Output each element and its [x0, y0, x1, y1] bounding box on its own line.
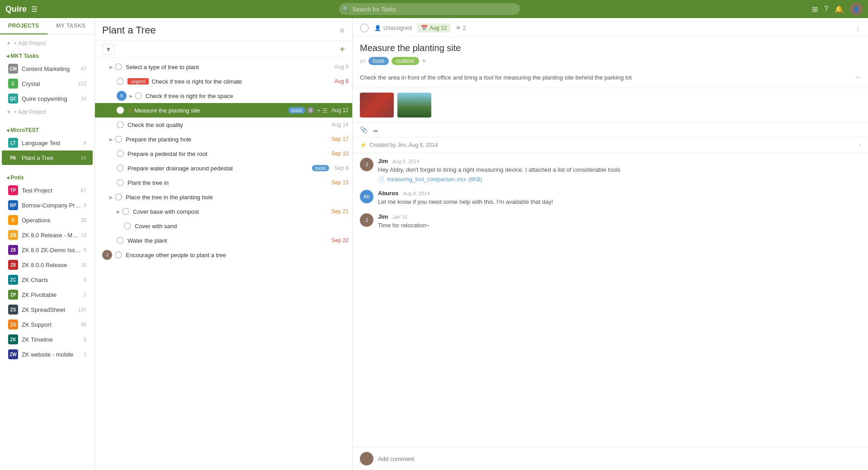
task-name: Encourage other people to plant a tree — [126, 252, 349, 258]
sidebar-item-zk-spreadsheet[interactable]: ZS ZK SpreadSheet 131 — [2, 302, 93, 317]
search-input[interactable] — [339, 3, 520, 15]
comment-date: Aug 8, 2014 — [392, 159, 419, 164]
detail-due-date[interactable]: 📅 Aug 12 — [417, 24, 450, 33]
sidebar-section-mkt: ✦ + Add Project ◂ MKT Tasks CM Content M… — [0, 35, 94, 121]
sidebar-item-test-project[interactable]: TP Test Project 67 — [2, 183, 93, 197]
sidebar-item-zk-pivot[interactable]: ZP ZK Pivottable 1 — [2, 287, 93, 302]
add-subtask-icon[interactable]: + — [317, 107, 321, 114]
task-circle — [117, 121, 124, 128]
task-row[interactable]: ▶ Place the tree in the planting hole — [95, 190, 352, 204]
task-circle — [117, 107, 124, 114]
tag-tools[interactable]: tools — [368, 57, 389, 65]
task-avatar: B — [117, 91, 127, 101]
detail-image-1[interactable] — [360, 93, 394, 118]
task-row[interactable]: Water the plant Sep 22 — [95, 233, 352, 248]
main-layout: PROJECTS MY TASKS ✦ + Add Project ◂ MKT … — [0, 18, 868, 470]
detail-panel: 👤 Unassigned 📅 Aug 12 👁 2 ⋮ Measure the … — [353, 18, 868, 470]
sidebar-item-crystal[interactable]: C Crystal 112 — [2, 76, 93, 91]
sidebar-group-microtest[interactable]: ◂ MicroTEST — [0, 123, 94, 135]
add-project-button-mkt[interactable]: ✦ + Add Project — [0, 106, 94, 118]
tab-projects[interactable]: PROJECTS — [0, 18, 47, 34]
sidebar-item-borrow-company[interactable]: BP Borrow-Company Prop... 3 — [2, 198, 93, 212]
gear-icon[interactable]: ⚙ — [340, 27, 345, 34]
warning-icon: ⚠ — [127, 107, 132, 113]
sidebar-group-mkt[interactable]: ◂ MKT Tasks — [0, 49, 94, 61]
sidebar-item-operations[interactable]: O Operations 15 — [2, 213, 93, 227]
sidebar-item-zk-support[interactable]: ZS ZK Support 46 — [2, 317, 93, 332]
sidebar-item-name: ZK SpreadSheet — [22, 306, 76, 313]
collapse-icon[interactable]: ▶ — [109, 137, 113, 142]
add-tag-button[interactable]: + — [422, 57, 426, 65]
badge-zt: ZK — [8, 334, 18, 344]
attachment-size: (8KB) — [468, 176, 482, 183]
collapse-icon[interactable]: ▶ — [109, 195, 113, 200]
comment-date: Aug 8, 2014 — [403, 191, 429, 196]
task-row-selected[interactable]: ⚠ Measure the planting site tools 0 + ☰ … — [95, 103, 352, 118]
detail-image-2[interactable] — [397, 93, 431, 118]
task-row[interactable]: Prepare water drainage around pedestal t… — [95, 161, 352, 175]
detail-task-circle[interactable] — [360, 24, 369, 33]
paperclip-icon[interactable]: 📎 — [360, 126, 368, 133]
sidebar-item-quire-copywriting[interactable]: QC Quire copywriting 10 — [2, 91, 93, 106]
detail-images — [353, 88, 868, 122]
task-row[interactable]: urgent Check if tree is right for the cl… — [95, 74, 352, 89]
comment: Ab Aburos Aug 8, 2014 Let me know if you… — [360, 190, 861, 206]
sidebar-item-plant-a-tree[interactable]: PA Plant a Tree 14 — [2, 150, 93, 165]
add-project-button-top[interactable]: ✦ + Add Project — [0, 38, 94, 49]
task-name: Prepare water drainage around pedestal — [127, 165, 312, 172]
comment-input-area — [353, 447, 868, 470]
sidebar-item-zk-800[interactable]: Z8 ZK 8.0.0 Release 16 — [2, 258, 93, 272]
sidebar-item-count: 8 — [84, 140, 86, 146]
comment-attachment[interactable]: 📄 measuring_tool_comparison.xlsx (8KB) — [378, 176, 861, 183]
detail-created[interactable]: ⚡ Created by Jim, Aug 8, 2014 › — [353, 137, 868, 153]
layout-icon[interactable]: ⊞ — [812, 5, 818, 14]
expand-icon[interactable]: › — [859, 142, 861, 148]
badge-qc: QC — [8, 94, 18, 103]
sidebar-item-name: ZK 8.0 Release - MKT ... — [22, 232, 79, 239]
task-panel: Plant a Tree ⚙ ▼ + ▶ Select a type of tr… — [95, 18, 353, 470]
task-row[interactable]: ▶ Prepare the planting hole Sep 17 — [95, 132, 352, 146]
sidebar-item-name: ZK 8.0.0 Release — [22, 262, 79, 268]
sidebar-group-potix[interactable]: ◂ Potix — [0, 171, 94, 183]
task-row[interactable]: B ▶ Check if tree is right for the space — [95, 89, 352, 103]
task-row[interactable]: Cover with sand — [95, 219, 352, 233]
collapse-icon[interactable]: ▶ — [129, 94, 133, 99]
sidebar-item-zk-timeline[interactable]: ZK ZK Timeline 5 — [2, 332, 93, 347]
task-row[interactable]: Prepare a pedestal for the root Sep 10 — [95, 146, 352, 161]
task-row[interactable]: J Encourage other people to plant a tree — [95, 248, 352, 262]
sidebar-section-potix: ◂ Potix TP Test Project 67 BP Borrow-Com… — [0, 168, 94, 365]
sidebar-item-language-test[interactable]: LT Language Test 8 — [2, 136, 93, 150]
detail-more-menu[interactable]: ⋮ — [855, 25, 861, 32]
filter-button[interactable]: ▼ — [102, 44, 115, 55]
sidebar-item-zk-demo[interactable]: Z8 ZK 8.0 ZK-Demo Issues 5 — [2, 243, 93, 257]
collapse-icon[interactable]: ▶ — [109, 65, 113, 70]
detail-assignee[interactable]: 👤 Unassigned — [374, 25, 412, 31]
collapse-icon[interactable]: ▶ — [117, 209, 120, 214]
sidebar-item-content-marketing[interactable]: CM Content Marketing 47 — [2, 61, 93, 76]
edit-description-icon[interactable]: ✏ — [856, 73, 861, 82]
help-icon[interactable]: ? — [824, 5, 828, 13]
sidebar-item-zk-mkt[interactable]: ZB ZK 8.0 Release - MKT ... 13 — [2, 228, 93, 242]
tab-my-tasks[interactable]: MY TASKS — [47, 18, 95, 34]
task-circle — [122, 208, 129, 215]
add-comment-input[interactable] — [378, 456, 861, 462]
sidebar-item-zk-charts[interactable]: ZC ZK Charts 0 — [2, 273, 93, 287]
tag-outdoor[interactable]: outdoor — [392, 57, 419, 65]
detail-watchers[interactable]: 👁 2 — [456, 25, 466, 31]
task-menu-icon[interactable]: ☰ — [322, 107, 328, 114]
upload-icon[interactable]: ☁ — [372, 126, 378, 133]
sidebar-item-name: Language Test — [22, 140, 82, 146]
task-row[interactable]: Plant the tree in Sep 15 — [95, 175, 352, 190]
notifications-icon[interactable]: 🔔 — [835, 5, 844, 14]
task-row[interactable]: Check the soil quality Aug 14 — [95, 118, 352, 132]
user-avatar[interactable]: 👤 — [850, 3, 863, 15]
task-row[interactable]: ▶ Cover base with compost Sep 21 — [95, 204, 352, 219]
sidebar-item-name: ZK website - mobile — [22, 351, 82, 358]
created-by-text: Created by Jim, Aug 8, 2014 — [369, 142, 438, 148]
comment: J Jim Jan 16 Time for relocation~ — [360, 213, 861, 230]
add-task-button[interactable]: + — [340, 44, 345, 55]
menu-icon[interactable]: ☰ — [31, 5, 38, 14]
detail-tags: 🏷 tools outdoor + — [353, 57, 868, 70]
sidebar-item-zk-website[interactable]: ZW ZK website - mobile 1 — [2, 347, 93, 362]
task-row[interactable]: ▶ Select a type of tree to plant Aug 9 — [95, 60, 352, 74]
